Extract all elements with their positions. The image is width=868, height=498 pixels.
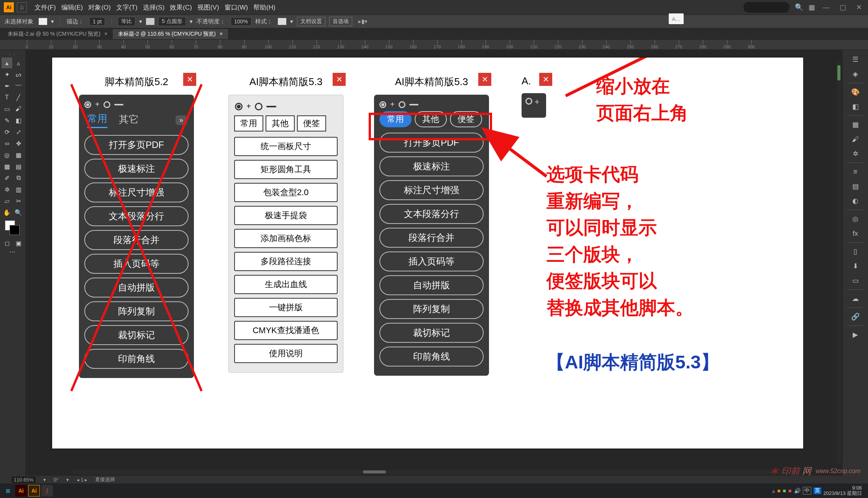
rotate-tool[interactable]: ⟳: [2, 127, 12, 137]
panel4-body[interactable]: +: [522, 93, 546, 118]
libraries-icon[interactable]: ☁: [849, 293, 861, 305]
rectangle-tool[interactable]: ▭: [2, 104, 12, 114]
radio-icon[interactable]: [103, 101, 110, 108]
gradient-icon[interactable]: ▤: [849, 180, 861, 192]
curvature-tool[interactable]: 〰: [13, 81, 24, 91]
panel3-button-1[interactable]: 极速标注: [379, 156, 484, 176]
minus-icon[interactable]: [114, 104, 123, 105]
play-icon[interactable]: ▶: [849, 329, 861, 341]
opacity-value[interactable]: 100%: [231, 17, 251, 26]
panel2-close[interactable]: ✕: [333, 73, 346, 86]
selection-tool[interactable]: ▴: [2, 58, 12, 68]
edit-toolbar[interactable]: •••: [2, 249, 24, 255]
magic-wand-tool[interactable]: ✦: [2, 69, 12, 80]
panel2-button-2[interactable]: 包装盒型2.0: [234, 183, 338, 202]
tray-ime-icon[interactable]: 英: [814, 487, 821, 494]
panel2-button-3[interactable]: 极速手提袋: [234, 206, 338, 225]
symbol-sprayer[interactable]: ✲: [2, 184, 12, 195]
tray-ime-icon[interactable]: 中: [803, 487, 811, 495]
minus-icon[interactable]: [409, 104, 418, 105]
panel2-button-0[interactable]: 统一画板尺寸: [234, 137, 338, 156]
gradient-tool[interactable]: ▤: [13, 161, 24, 172]
menu-file[interactable]: 文件(F): [34, 3, 56, 12]
panel3-button-6[interactable]: 自动拼版: [379, 275, 484, 295]
arrange-icon[interactable]: ▦: [809, 3, 815, 12]
zoom-tool[interactable]: 🔍: [13, 207, 24, 218]
artboards-icon[interactable]: ▭: [849, 274, 861, 287]
slice-tool[interactable]: ✂: [13, 196, 24, 206]
expand-icon[interactable]: »: [176, 115, 187, 125]
pen-tool[interactable]: ✒: [2, 81, 12, 91]
panel1-button-7[interactable]: 阵列复制: [84, 301, 189, 321]
panel2-button-8[interactable]: CMYK查找潘通色: [234, 321, 338, 340]
search-icon[interactable]: 🔍: [795, 3, 803, 12]
start-icon[interactable]: ⊞: [2, 485, 14, 496]
shape-builder[interactable]: ◎: [2, 150, 12, 160]
canvas[interactable]: 脚本精简版5.2 ✕ + 常用 其它 » 打开多页PDF极速标注标注尺寸增强文本…: [25, 50, 843, 476]
menu-window[interactable]: 窗口(W): [225, 3, 248, 12]
panel1-button-3[interactable]: 文本段落分行: [84, 206, 189, 226]
style-swatch[interactable]: [278, 18, 286, 25]
rotation[interactable]: 0°: [54, 477, 58, 483]
panel2-tab-2[interactable]: 便签: [297, 115, 326, 131]
panel1-button-8[interactable]: 裁切标记: [84, 325, 189, 345]
artboard-nav[interactable]: ◂ 1 ▸: [77, 477, 87, 483]
mesh-tool[interactable]: ▩: [2, 161, 12, 172]
panel1-tab-common[interactable]: 常用: [87, 112, 107, 128]
taskbar-ai-2[interactable]: Ai: [28, 485, 40, 496]
menu-view[interactable]: 视图(V): [197, 3, 219, 12]
fill-swatch[interactable]: [39, 18, 47, 25]
panel2-button-9[interactable]: 使用说明: [234, 344, 338, 363]
tray-icon[interactable]: ■: [777, 488, 780, 494]
color-icon[interactable]: 🎨: [849, 86, 861, 98]
line-tool[interactable]: ╱: [13, 92, 24, 103]
taskbar-ai-1[interactable]: Ai: [15, 485, 27, 496]
home-icon[interactable]: ⌂: [17, 2, 27, 12]
panel1-button-4[interactable]: 段落行合并: [84, 230, 189, 250]
perspective-tool[interactable]: ▦: [13, 150, 24, 160]
panel1-tab-other[interactable]: 其它: [119, 113, 139, 128]
minimize-icon[interactable]: —: [820, 3, 832, 12]
screen-mode[interactable]: ▣: [13, 238, 24, 248]
menu-edit[interactable]: 编辑(E): [61, 3, 83, 12]
links-icon[interactable]: 🔗: [849, 311, 861, 323]
grip-icon[interactable]: ⋮⋮: [2, 51, 24, 57]
radio-icon[interactable]: [399, 101, 405, 108]
floating-mini-pill[interactable]: A...: [669, 13, 684, 24]
draw-mode[interactable]: ◻: [2, 238, 12, 248]
close-icon[interactable]: ×: [104, 31, 107, 37]
panel2-button-7[interactable]: 一键拼版: [234, 298, 338, 317]
properties-icon[interactable]: ☰: [849, 53, 861, 66]
doc-setup-button[interactable]: 文档设置: [297, 17, 325, 26]
menu-type[interactable]: 文字(T): [116, 3, 138, 12]
panel2-button-1[interactable]: 矩形圆角工具: [234, 160, 338, 179]
graphic-styles-icon[interactable]: fx: [849, 227, 861, 240]
panel1-button-5[interactable]: 插入页码等: [84, 254, 189, 274]
swatches-icon[interactable]: ▦: [849, 118, 861, 131]
column-graph[interactable]: ▥: [13, 184, 24, 195]
panel3-button-7[interactable]: 阵列复制: [379, 299, 484, 319]
layers2-icon[interactable]: ▯: [849, 245, 861, 258]
align-icon[interactable]: ▸▮▾: [358, 18, 368, 25]
color-guide-icon[interactable]: ◧: [849, 100, 861, 113]
panel1-button-1[interactable]: 极速标注: [84, 159, 189, 179]
zoom-level[interactable]: 110.65%: [11, 477, 36, 483]
panel3-button-8[interactable]: 裁切标记: [379, 323, 484, 343]
menu-select[interactable]: 选择(S): [143, 3, 165, 12]
taskbar-app-3[interactable]: ʃ: [41, 485, 53, 496]
panel3-button-5[interactable]: 插入页码等: [379, 251, 484, 271]
restore-icon[interactable]: ▢: [837, 3, 848, 12]
panel3-button-9[interactable]: 印前角线: [379, 347, 484, 367]
doc-tab-1[interactable]: 未标题-2.ai @ 50 % (CMYK/CPU 预览)×: [2, 29, 113, 39]
panel3-close[interactable]: ✕: [478, 73, 491, 86]
panel2-button-4[interactable]: 添加画稿色标: [234, 229, 338, 248]
stroke-weight[interactable]: 1 pt: [89, 17, 105, 26]
menu-effect[interactable]: 效果(C): [170, 3, 192, 12]
menu-help[interactable]: 帮助(H): [253, 3, 276, 12]
color-swatches[interactable]: [5, 220, 20, 235]
close-icon[interactable]: ✕: [854, 3, 864, 12]
doc-tab-2[interactable]: 未标题-2 @ 110.65 % (CMYK/CPU 预览)×: [113, 29, 228, 39]
menu-object[interactable]: 对象(O): [88, 3, 111, 12]
tray-icon[interactable]: ▵: [772, 488, 775, 494]
panel1-button-9[interactable]: 印前角线: [84, 349, 189, 369]
